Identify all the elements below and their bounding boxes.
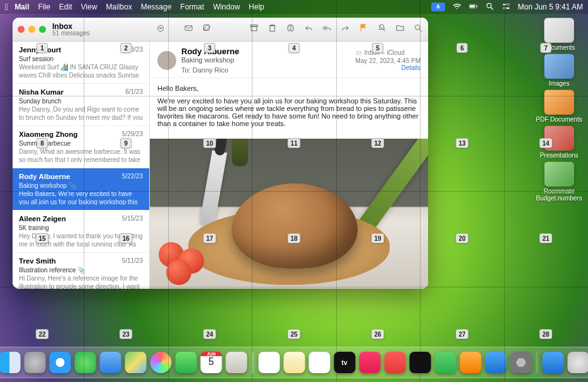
dock-messages[interactable] xyxy=(75,352,96,373)
dock-facetime[interactable] xyxy=(176,352,197,373)
desktop-item-label: Documents xyxy=(543,44,575,51)
dock-appstore[interactable] xyxy=(485,352,506,373)
desktop-item-images[interactable]: Images xyxy=(544,54,574,87)
message-list[interactable]: Jenny Court6/3/23Surf sessionWeekend Sur… xyxy=(13,42,150,289)
inbox-subtitle: 51 messages xyxy=(52,30,89,37)
reader-body: Hello Bakers, We're very excited to have… xyxy=(150,78,428,139)
search-mail-icon[interactable] xyxy=(414,23,423,35)
menu-format[interactable]: Format xyxy=(180,3,204,11)
reply-all-icon[interactable] xyxy=(322,23,332,35)
message-sender: Xiaomeng Zhong xyxy=(19,130,77,139)
menu-view[interactable]: View xyxy=(81,3,98,11)
search-icon[interactable] xyxy=(485,2,494,13)
desktop-item-pdf[interactable]: PDF Documents xyxy=(536,90,582,123)
mute-icon[interactable] xyxy=(377,23,387,35)
dock-contacts[interactable] xyxy=(226,352,247,373)
menubar-clock[interactable]: Mon Jun 5 9:41 AM xyxy=(518,3,583,11)
dock-news[interactable] xyxy=(384,352,405,373)
compose-icon[interactable] xyxy=(202,23,212,35)
dock-settings[interactable] xyxy=(510,352,531,373)
dock-safari[interactable] xyxy=(50,352,71,373)
knife-shape xyxy=(198,139,234,228)
desktop-item-label: Images xyxy=(549,80,570,87)
desktop-item-documents[interactable]: Documents xyxy=(543,18,575,51)
dock-calendar[interactable]: JUN5 xyxy=(201,352,222,373)
close-window-button[interactable] xyxy=(18,26,25,33)
battery-icon[interactable] xyxy=(469,2,478,13)
desktop-item-roommate-budget[interactable]: Roommate Budget.numbers xyxy=(535,161,583,202)
menu-window[interactable]: Window xyxy=(213,3,240,11)
dock-freeform[interactable] xyxy=(308,352,330,373)
get-mail-icon[interactable] xyxy=(184,23,193,35)
wifi-icon[interactable] xyxy=(453,2,461,13)
zoom-window-button[interactable] xyxy=(39,26,46,33)
message-preview: Weekend Surf 🏄 IN SANTA CRUZ Glassy wave… xyxy=(19,63,143,78)
grid-cell-number: 26 xyxy=(371,329,384,339)
grid-cell-number: 6 xyxy=(456,43,468,53)
dock-pages[interactable] xyxy=(460,352,481,373)
dock-downloads[interactable] xyxy=(543,352,564,373)
message-row[interactable]: Trev Smith5/11/23Illustration reference … xyxy=(13,253,149,289)
filter-icon[interactable] xyxy=(156,24,165,35)
inbox-title: Inbox xyxy=(52,23,89,30)
junk-icon[interactable] xyxy=(286,23,295,35)
minimize-window-button[interactable] xyxy=(28,26,35,33)
dock-notes[interactable] xyxy=(283,352,305,373)
message-reader: Rody Albuerne Baking workshop To: Danny … xyxy=(150,42,428,289)
message-date: 5/22/23 xyxy=(122,172,143,182)
desktop-item-label: PDF Documents xyxy=(536,116,582,123)
dock-launchpad[interactable] xyxy=(25,352,46,373)
menu-message[interactable]: Message xyxy=(141,3,172,11)
dock-finder[interactable] xyxy=(0,352,21,373)
svg-rect-2 xyxy=(477,5,477,6)
menu-help[interactable]: Help xyxy=(249,3,264,11)
grid-cell-number: 27 xyxy=(455,329,468,339)
svg-line-4 xyxy=(490,7,493,9)
reader-to: Danny Rico xyxy=(193,66,229,74)
dock-music[interactable] xyxy=(359,352,380,373)
message-sender: Aileen Zeigen xyxy=(19,214,66,224)
svg-point-9 xyxy=(157,25,163,31)
move-icon[interactable] xyxy=(395,23,405,35)
details-link[interactable]: Details xyxy=(356,64,421,71)
message-subject: Sunday brunch xyxy=(19,97,143,105)
message-preview: Hi Danny, Here's a reference image for t… xyxy=(19,274,143,289)
apple-menu[interactable]:  xyxy=(5,2,8,12)
message-row[interactable]: Nisha Kumar6/1/23Sunday brunchHey Danny,… xyxy=(13,84,149,126)
grid-cell-number: 28 xyxy=(539,329,552,339)
control-center-icon[interactable] xyxy=(502,2,511,13)
bottle-shape xyxy=(232,139,248,166)
dock-stocks[interactable] xyxy=(409,352,431,373)
forward-icon[interactable] xyxy=(341,23,350,35)
message-row[interactable]: Rody Albuerne5/22/23Baking workshop 📎Hel… xyxy=(13,168,149,211)
message-row[interactable]: Jenny Court6/3/23Surf sessionWeekend Sur… xyxy=(13,42,149,84)
flag-icon[interactable] xyxy=(359,23,368,35)
menu-edit[interactable]: Edit xyxy=(59,3,72,11)
dock-maps[interactable] xyxy=(125,352,147,373)
reader-from: Rody Albuerne xyxy=(181,47,239,56)
dock-mail[interactable] xyxy=(100,352,122,373)
archive-icon[interactable] xyxy=(249,23,259,35)
menu-file[interactable]: File xyxy=(38,3,50,11)
svg-rect-1 xyxy=(470,5,475,8)
mic-indicator-icon[interactable] xyxy=(431,3,445,11)
dock-photos[interactable] xyxy=(150,352,172,373)
titlebar: Inbox 51 messages xyxy=(13,18,428,42)
reader-to-label: To: xyxy=(181,66,191,74)
dock-numbers[interactable] xyxy=(434,352,456,373)
trash-icon[interactable] xyxy=(268,23,277,35)
message-row[interactable]: Aileen Zeigen5/15/235K trainingHey Danny… xyxy=(13,211,149,253)
message-row[interactable]: Xiaomeng Zhong5/29/23Summer barbecueDann… xyxy=(13,126,149,168)
menubar-app[interactable]: Mail xyxy=(14,3,29,11)
dock-trash[interactable] xyxy=(568,352,589,373)
dock-tv[interactable]: tv xyxy=(334,352,355,373)
attachment-image xyxy=(150,139,428,289)
desktop-item-presentations[interactable]: Presentations xyxy=(540,125,578,159)
message-preview: Hey Danny, Do you and Rigo want to come … xyxy=(19,105,143,120)
bread-shape xyxy=(232,183,358,269)
mailbox-icon xyxy=(356,50,362,56)
menu-mailbox[interactable]: Mailbox xyxy=(106,3,132,11)
message-date: 5/29/23 xyxy=(122,130,143,139)
dock-reminders[interactable] xyxy=(258,352,280,373)
reply-icon[interactable] xyxy=(304,23,314,35)
